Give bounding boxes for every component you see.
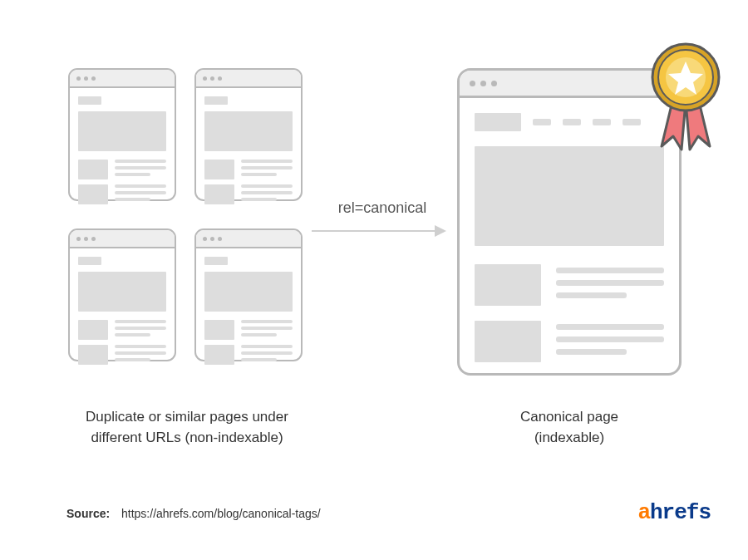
caption-line: different URLs (non-indexable)	[91, 430, 283, 445]
duplicates-caption: Duplicate or similar pages under differe…	[62, 407, 312, 448]
arrow-label: rel=canonical	[316, 199, 449, 217]
caption-line: Duplicate or similar pages under	[86, 409, 288, 425]
window-title-bar	[196, 70, 301, 88]
duplicate-page-4	[194, 228, 303, 361]
window-title-bar	[196, 230, 301, 248]
award-badge-icon	[640, 40, 731, 156]
logo-letter: a	[637, 500, 650, 525]
diagram-canvas: rel=canonical Duplicate or similar pages…	[0, 0, 748, 560]
logo-rest: hrefs	[650, 500, 711, 525]
canonical-caption: Canonical page (indexable)	[461, 407, 677, 448]
caption-line: (indexable)	[534, 430, 604, 445]
duplicate-page-3	[68, 228, 176, 361]
caption-line: Canonical page	[520, 409, 618, 425]
ahrefs-logo: ahrefs	[637, 500, 711, 525]
duplicate-page-2	[194, 68, 303, 201]
source-url: https://ahrefs.com/blog/canonical-tags/	[121, 507, 321, 520]
source-citation: Source: https://ahrefs.com/blog/canonica…	[66, 507, 321, 520]
window-title-bar	[70, 230, 175, 248]
duplicate-page-1	[68, 68, 176, 201]
source-label: Source:	[66, 507, 110, 520]
arrow-icon	[312, 230, 445, 232]
window-title-bar	[70, 70, 175, 88]
